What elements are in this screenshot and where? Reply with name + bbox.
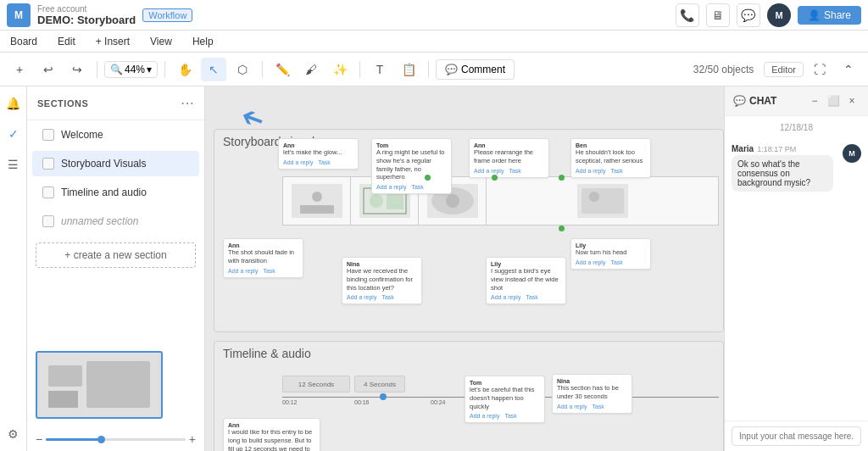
chat-title: 💬 CHAT — [733, 95, 776, 107]
app-logo: M — [7, 3, 31, 27]
section-item-unnamed[interactable]: unnamed section — [32, 209, 199, 234]
redo-tool[interactable]: ↪ — [64, 58, 90, 81]
comment-card-c7: Lily I suggest a bird's eye view instead… — [486, 257, 566, 304]
section-file-icon-timeline — [42, 187, 54, 198]
menu-bar: Board Edit + Insert View Help — [0, 31, 868, 53]
chat-title-text: CHAT — [749, 95, 776, 107]
section-item-storyboard[interactable]: Storyboard Visuals — [32, 151, 199, 176]
chat-input-area — [725, 420, 868, 451]
app-info: Free account DEMO: Storyboard — [37, 4, 136, 26]
brush-tool[interactable]: 🖌 — [298, 58, 324, 81]
layers-icon[interactable]: ☰ — [3, 154, 24, 175]
avatar[interactable]: M — [767, 3, 791, 27]
canvas-area[interactable]: ➔ Storyboard visuals — [205, 86, 724, 451]
desktop-icon-btn[interactable]: 🖥 — [706, 3, 730, 27]
main-content: 🔔 ✓ ☰ ⚙ SECTIONS ⋯ Welcome Storyboard Vi… — [0, 86, 868, 451]
svg-point-5 — [312, 192, 322, 202]
timeline-dot-1 — [380, 393, 387, 400]
comment-card-c8: Lily Now turn his head Add a replyTask — [570, 238, 651, 270]
shape-tool[interactable]: ⬡ — [230, 58, 255, 81]
green-dot-2 — [492, 175, 498, 181]
section-label-storyboard: Storyboard Visuals — [61, 158, 147, 170]
collapse-icon[interactable]: ⌃ — [836, 58, 861, 81]
section-file-icon-unnamed — [42, 215, 54, 227]
zoom-chevron: ▾ — [147, 64, 152, 75]
separator-2 — [164, 61, 165, 78]
hand-tool[interactable]: ✋ — [172, 58, 198, 81]
chat-panel: 💬 CHAT − ⬜ × 12/18/18 Maria 1:18:17 PM O… — [724, 86, 868, 451]
share-icon: 👤 — [808, 9, 821, 21]
svg-rect-2 — [86, 361, 150, 408]
menu-help[interactable]: Help — [189, 34, 217, 49]
green-dot-4 — [559, 226, 565, 231]
text-tool[interactable]: T — [367, 58, 392, 81]
phone-icon-btn[interactable]: 📞 — [676, 3, 699, 27]
zoom-icon: 🔍 — [110, 64, 123, 75]
menu-board[interactable]: Board — [7, 34, 41, 49]
sections-more-icon[interactable]: ⋯ — [181, 95, 194, 111]
chat-icon-btn[interactable]: 💬 — [737, 3, 760, 27]
top-bar: M Free account DEMO: Storyboard Workflow… — [0, 0, 868, 31]
comment-card-c1: Ann let's make the glow... Add a replyTa… — [278, 138, 359, 170]
sketch-svg-1 — [292, 184, 342, 218]
chat-header: 💬 CHAT − ⬜ × — [725, 86, 868, 116]
storyboard-section-block: Storyboard visuals — [214, 129, 724, 332]
time-16: 00:24 — [431, 399, 446, 405]
chat-minimize-button[interactable]: − — [807, 93, 822, 109]
project-title: DEMO: Storyboard — [37, 14, 136, 26]
chat-close-button[interactable]: × — [844, 93, 860, 109]
create-section-button[interactable]: + create a new section — [36, 242, 196, 268]
svg-point-13 — [446, 194, 459, 208]
thumbnail-preview — [36, 351, 163, 419]
section-item-welcome[interactable]: Welcome — [32, 122, 199, 148]
section-item-timeline[interactable]: Timeline and audio — [32, 180, 199, 205]
left-sidebar-icons: 🔔 ✓ ☰ ⚙ — [0, 86, 27, 451]
sketch-strip — [282, 176, 719, 226]
comment-icon: 💬 — [445, 64, 458, 75]
zoom-minus[interactable]: − — [36, 432, 42, 446]
timeline-bar-2: 4 Seconds — [354, 376, 405, 393]
notification-icon[interactable]: 🔔 — [3, 93, 24, 114]
sketch-svg-4 — [577, 184, 628, 218]
timeline-comment-t3: Tom let's be careful that this doesn't h… — [465, 376, 545, 423]
comment-button[interactable]: 💬 Comment — [436, 59, 515, 80]
canvas-content: ➔ Storyboard visuals — [205, 86, 724, 451]
sections-title: SECTIONS — [37, 98, 88, 109]
chat-sender-name: Maria — [732, 144, 754, 153]
menu-edit[interactable]: Edit — [54, 34, 79, 49]
green-dot-1 — [425, 175, 431, 181]
menu-view[interactable]: View — [147, 34, 175, 49]
objects-count: 32/50 objects — [693, 64, 754, 75]
undo-tool[interactable]: ↩ — [36, 58, 61, 81]
zoom-value: 44% — [125, 64, 145, 75]
separator-5 — [428, 61, 429, 78]
comment-card-c2: Tom A ring might be useful to show he's … — [371, 138, 452, 194]
chat-message-0: Maria 1:18:17 PM Ok so what's the consen… — [732, 144, 861, 192]
zoom-plus[interactable]: + — [189, 432, 196, 446]
settings-bottom-icon[interactable]: ⚙ — [3, 424, 24, 444]
chat-message-content: Maria 1:18:17 PM Ok so what's the consen… — [732, 144, 837, 192]
sketch-cell-4 — [487, 177, 718, 225]
highlight-tool[interactable]: ✨ — [327, 58, 353, 81]
section-label-unnamed: unnamed section — [61, 215, 138, 227]
chat-expand-button[interactable]: ⬜ — [826, 93, 841, 109]
time-12: 00:16 — [354, 399, 370, 405]
pen-tool[interactable]: ✏️ — [270, 58, 295, 81]
check-icon[interactable]: ✓ — [3, 124, 24, 144]
chat-messages: Maria 1:18:17 PM Ok so what's the consen… — [725, 139, 868, 420]
svg-point-16 — [589, 192, 599, 202]
share-button[interactable]: 👤 Share — [798, 6, 861, 25]
separator-4 — [359, 61, 360, 78]
fullscreen-icon[interactable]: ⛶ — [807, 58, 832, 81]
comment-card-c3: Ann Please rearrange the frame order her… — [469, 138, 549, 178]
section-file-icon-storyboard — [42, 158, 54, 170]
menu-insert[interactable]: + Insert — [92, 34, 133, 49]
chat-avatar: M — [843, 144, 861, 163]
add-tool[interactable]: + — [7, 58, 32, 81]
zoom-control[interactable]: 🔍 44% ▾ — [104, 61, 158, 78]
note-tool[interactable]: 📋 — [396, 58, 421, 81]
zoom-slider[interactable] — [46, 438, 186, 441]
workflow-badge[interactable]: Workflow — [142, 8, 192, 22]
select-tool[interactable]: ↖ — [201, 58, 226, 81]
chat-input[interactable] — [732, 426, 861, 446]
